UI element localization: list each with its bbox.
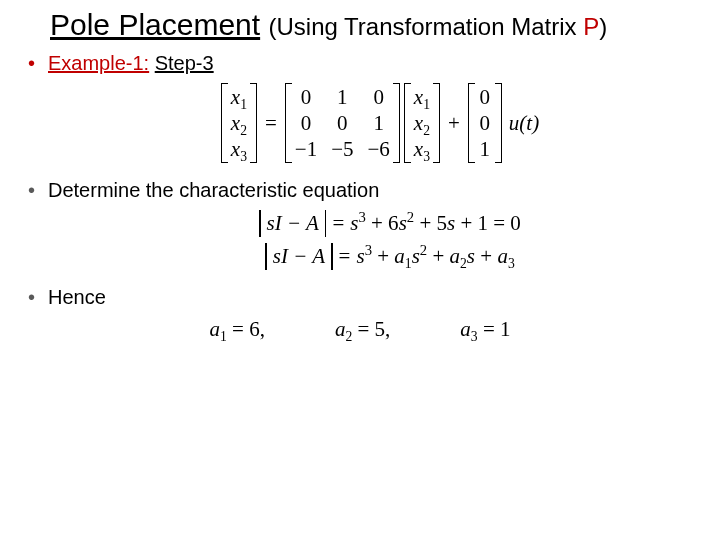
title-subtitle: (Using Transformation Matrix P) [268,13,607,40]
a-matrix: 010 001 −1−5−6 [285,83,400,163]
x-vector-right: x1 x2 x3 [404,83,440,163]
coef-a1: a1 = 6, [209,317,264,342]
coef-a2: a2 = 5, [335,317,390,342]
bullet-example-step: Example-1: Step-3 [20,52,700,75]
state-space-equation: x1 x2 x3 = 010 001 −1−5−6 x1 x2 x3 [60,83,700,163]
characteristic-equations: sI − A = s3 + 6s2 + 5s + 1 = 0 sI − A = … [80,210,700,270]
x-vector-left: x1 x2 x3 [221,83,257,163]
coefficient-values: a1 = 6, a2 = 5, a3 = 1 [20,317,700,342]
char-eq-symbolic: sI − A = s3 + a1s2 + a2s + a3 [80,243,700,270]
b-vector: 0 0 1 [468,83,502,163]
input-u: u(t) [509,111,539,136]
coef-a3: a3 = 1 [460,317,510,342]
char-eq-numeric: sI − A = s3 + 6s2 + 5s + 1 = 0 [80,210,700,237]
bullet-hence: Hence [20,286,700,309]
bullet-determine: Determine the characteristic equation [20,179,700,202]
title-main: Pole Placement [50,8,260,41]
slide-title: Pole Placement (Using Transformation Mat… [50,8,700,42]
